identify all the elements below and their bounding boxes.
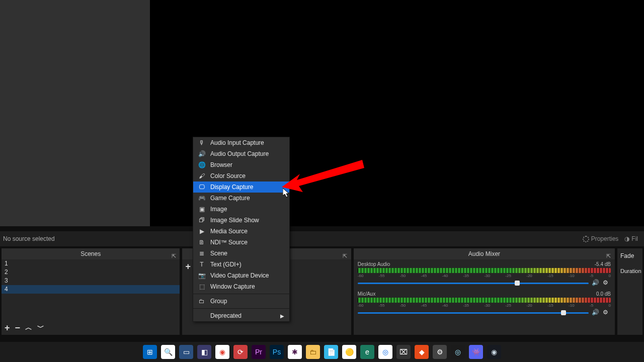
scenes-header: Scenes ⇱ <box>2 248 180 259</box>
taskbar-ccleaner-icon[interactable]: ⟳ <box>233 345 248 359</box>
taskbar-widgets-icon[interactable]: ◧ <box>197 345 211 359</box>
duration-label: Duration <box>620 268 641 274</box>
audio-meter <box>358 268 611 273</box>
list-icon: ≣ <box>198 250 205 257</box>
globe-icon: 🌐 <box>198 161 205 168</box>
fade-label: Fade <box>620 252 634 259</box>
move-up-button[interactable]: ︿ <box>25 323 32 332</box>
mixer-title: Audio Mixer <box>468 250 500 257</box>
popout-icon[interactable]: ⇱ <box>606 250 612 256</box>
taskbar-slack-icon[interactable]: ✱ <box>288 345 302 359</box>
properties-button[interactable]: Properties <box>580 234 622 243</box>
folder-icon: 🗀 <box>198 298 205 305</box>
taskbar-photoshop-icon[interactable]: Ps <box>270 345 284 359</box>
audio-track: Mic/Aux0.0 dB-60-55-50-45-40-35-30-25-20… <box>358 291 611 317</box>
slider-thumb[interactable] <box>515 281 520 286</box>
mixer-body: Desktop Audio-5.4 dB-60-55-50-45-40-35-3… <box>354 259 615 335</box>
scene-item[interactable]: 2 <box>2 268 180 277</box>
menu-label: Deprecated <box>210 312 242 319</box>
taskbar-explorer-icon[interactable]: 🗀 <box>306 345 320 359</box>
scenes-title: Scenes <box>80 250 101 257</box>
taskbar-discord-icon[interactable]: 👾 <box>469 345 483 359</box>
scene-item[interactable]: 4 <box>2 285 180 294</box>
slider-thumb[interactable] <box>561 310 566 315</box>
add-scene-button[interactable]: + <box>5 323 10 333</box>
scene-item[interactable]: 1 <box>2 259 180 268</box>
menu-label: Color Source <box>210 172 246 179</box>
menu-item-window-capture[interactable]: ⬚Window Capture <box>193 281 289 292</box>
menu-item-display-capture[interactable]: 🖵Display Capture <box>193 182 289 193</box>
menu-label: Browser <box>210 161 232 168</box>
taskbar-toy-icon[interactable]: 🟡 <box>342 345 356 359</box>
taskbar-screenrec-icon[interactable]: ⌧ <box>396 345 411 359</box>
menu-item-media-source[interactable]: ▶Media Source <box>193 226 289 237</box>
doc-icon: 🗎 <box>198 239 205 246</box>
move-down-button[interactable]: ﹀ <box>37 323 44 332</box>
menu-label: Image <box>210 206 227 213</box>
menu-item-audio-input-capture[interactable]: 🎙Audio Input Capture <box>193 137 289 148</box>
taskbar-search-icon[interactable]: 🔍 <box>161 345 175 359</box>
duration-row[interactable]: Duration <box>617 263 642 279</box>
taskbar-taskview-icon[interactable]: ▭ <box>179 345 193 359</box>
add-source-context-menu[interactable]: 🎙Audio Input Capture🔊Audio Output Captur… <box>193 137 290 322</box>
track-name: Desktop Audio <box>358 261 390 267</box>
source-toolbar: No source selected Properties ◑ Fil <box>0 231 644 246</box>
scene-list[interactable]: 1234 <box>2 259 180 321</box>
submenu-arrow-icon: ▶ <box>280 313 284 319</box>
menu-item-browser[interactable]: 🌐Browser <box>193 159 289 170</box>
volume-slider[interactable] <box>358 283 589 284</box>
menu-item-video-capture-device[interactable]: 📷Video Capture Device <box>193 270 289 281</box>
taskbar-office-icon[interactable]: ◆ <box>415 345 429 359</box>
volume-slider[interactable] <box>358 312 589 314</box>
speaker-icon[interactable]: 🔊 <box>592 309 600 317</box>
gear-icon[interactable]: ⚙ <box>603 279 611 287</box>
menu-item-scene[interactable]: ≣Scene <box>193 248 289 259</box>
speaker-icon[interactable]: 🔊 <box>592 279 600 287</box>
taskbar-start-icon[interactable]: ⊞ <box>143 345 157 359</box>
monitor-icon: 🖵 <box>198 184 205 191</box>
menu-label: Image Slide Show <box>210 217 259 224</box>
taskbar-browser2-icon[interactable]: ◎ <box>378 345 392 359</box>
bottom-panels: Scenes ⇱ 1234 + − ︿ ﹀ ⇱ ources. elow, d … <box>0 248 644 335</box>
menu-item-ndi-source[interactable]: 🗎NDI™ Source <box>193 237 289 248</box>
scene-item[interactable]: 3 <box>2 277 180 285</box>
text-icon: T <box>198 261 205 268</box>
taskbar-steam-icon[interactable]: ◉ <box>487 345 501 359</box>
taskbar-chrome-icon[interactable]: ◉ <box>215 345 229 359</box>
menu-label: NDI™ Source <box>210 239 248 246</box>
scenes-actions: + − ︿ ﹀ <box>2 321 180 335</box>
meter-ticks: -60-55-50-45-40-35-30-25-20-15-10-50 <box>358 303 611 308</box>
preview-letterbox-left <box>0 0 150 226</box>
play-icon: ▶ <box>198 228 205 235</box>
fade-row[interactable]: Fade <box>617 248 642 263</box>
remove-scene-button[interactable]: − <box>15 323 21 333</box>
menu-label: Text (GDI+) <box>210 261 242 268</box>
menu-item-group[interactable]: 🗀Group <box>193 296 289 307</box>
menu-separator <box>193 294 289 294</box>
menu-item-image[interactable]: ▣Image <box>193 204 289 215</box>
camera-icon: 📷 <box>198 272 205 279</box>
taskbar-notepad-icon[interactable]: 📄 <box>324 345 338 359</box>
meter-ticks: -60-55-50-45-40-35-30-25-20-15-10-50 <box>358 274 611 278</box>
gear-icon[interactable]: ⚙ <box>603 309 611 317</box>
menu-item-game-capture[interactable]: 🎮Game Capture <box>193 193 289 204</box>
menu-item-audio-output-capture[interactable]: 🔊Audio Output Capture <box>193 148 289 159</box>
filters-button[interactable]: ◑ Fil <box>621 234 641 243</box>
taskbar-premiere-icon[interactable]: Pr <box>252 345 266 359</box>
menu-item-deprecated[interactable]: Deprecated▶ <box>193 310 289 321</box>
menu-item-color-source[interactable]: 🖌Color Source <box>193 170 289 182</box>
no-source-label: No source selected <box>3 235 55 242</box>
menu-item-text-gdi-[interactable]: TText (GDI+) <box>193 259 289 270</box>
popout-icon[interactable]: ⇱ <box>171 250 177 256</box>
audio-mixer-panel: Audio Mixer ⇱ Desktop Audio-5.4 dB-60-55… <box>354 248 615 335</box>
menu-item-image-slide-show[interactable]: 🗇Image Slide Show <box>193 215 289 226</box>
taskbar-edge-icon[interactable]: e <box>360 345 374 359</box>
track-db: -5.4 dB <box>595 261 611 267</box>
taskbar-settings-icon[interactable]: ⚙ <box>433 345 447 359</box>
popout-icon[interactable]: ⇱ <box>342 250 348 256</box>
taskbar-obs-icon[interactable]: ◎ <box>451 345 465 359</box>
windows-taskbar[interactable]: ⊞🔍▭◧◉⟳PrPs✱🗀📄🟡e◎⌧◆⚙◎👾◉ <box>0 342 644 362</box>
menu-label: Audio Output Capture <box>210 150 269 157</box>
menu-label: Group <box>210 298 227 305</box>
audio-track: Desktop Audio-5.4 dB-60-55-50-45-40-35-3… <box>358 261 611 287</box>
